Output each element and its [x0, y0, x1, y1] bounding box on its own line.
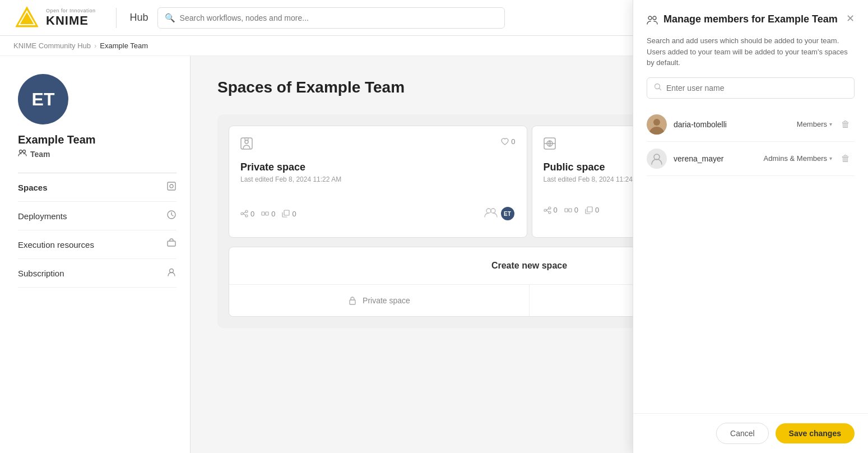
breadcrumb-home[interactable]: KNIME Community Hub: [13, 41, 91, 50]
execution-icon: [166, 238, 177, 251]
panel-header: Manage members for Example Team ✕: [633, 0, 868, 29]
sidebar-execution-label: Execution resources: [18, 240, 94, 249]
space-footer: 0 0 0: [240, 206, 516, 221]
breadcrumb-separator: ›: [94, 41, 96, 50]
private-space-subtitle: Last edited Feb 8, 2024 11:22 AM: [240, 175, 516, 183]
logo-title: KNIME: [46, 13, 96, 28]
svg-point-3: [23, 150, 26, 153]
cancel-button[interactable]: Cancel: [716, 423, 769, 444]
svg-rect-4: [168, 182, 175, 190]
svg-point-23: [544, 209, 546, 211]
svg-point-30: [648, 16, 652, 20]
panel-search-icon: [654, 83, 662, 93]
svg-rect-15: [262, 212, 264, 215]
search-bar[interactable]: 🔍: [157, 7, 505, 29]
sidebar-item-deployments[interactable]: Deployments: [18, 202, 177, 230]
user-search-input[interactable]: [666, 84, 847, 93]
space-stat-copy: 0: [282, 210, 296, 218]
space-card-header: 0: [240, 137, 516, 152]
member-avatar-et: ET: [500, 206, 516, 221]
sidebar-spaces-label: Spaces: [18, 183, 48, 192]
member-avatar-verena: [647, 149, 667, 169]
svg-point-2: [20, 150, 22, 153]
sidebar: ET Example Team Team Spaces: [0, 56, 191, 453]
svg-point-31: [653, 16, 656, 20]
svg-rect-27: [587, 207, 592, 212]
sidebar-item-spaces[interactable]: Spaces: [18, 173, 177, 202]
svg-point-19: [491, 209, 495, 213]
member-name-daria: daria-tombolelli: [674, 120, 792, 129]
create-private-label: Private space: [363, 296, 410, 305]
member-role-label-daria: Members: [797, 120, 827, 128]
svg-rect-25: [565, 209, 568, 212]
search-input[interactable]: [180, 13, 498, 22]
svg-rect-17: [284, 210, 289, 215]
panel-close-button[interactable]: ✕: [846, 13, 855, 24]
members-group-icon: [484, 207, 498, 220]
team-type-icon: [18, 149, 27, 159]
public-stat-copy: 0: [585, 206, 599, 214]
member-delete-verena[interactable]: 🗑: [837, 151, 855, 166]
team-avatar: ET: [18, 74, 68, 124]
sidebar-deployments-label: Deployments: [18, 211, 67, 221]
svg-point-13: [241, 212, 243, 215]
private-space-title: Private space: [240, 161, 516, 173]
member-avatar-daria: [647, 114, 667, 135]
member-row: verena_mayer Admins & Members ▾ 🗑: [647, 142, 855, 176]
member-role-chevron-daria: ▾: [829, 121, 832, 127]
panel-team-icon: [647, 15, 658, 29]
deployments-icon: [166, 210, 177, 222]
svg-point-5: [170, 184, 173, 188]
sidebar-nav: Spaces Deployments Execution resources S…: [18, 173, 177, 288]
member-role-select-daria[interactable]: Members ▾: [792, 118, 837, 131]
member-role-select-verena[interactable]: Admins & Members ▾: [759, 152, 837, 165]
save-changes-button[interactable]: Save changes: [776, 423, 855, 443]
svg-point-24: [549, 211, 551, 214]
breadcrumb-current: Example Team: [100, 41, 148, 50]
main-layout: ET Example Team Team Spaces: [0, 56, 868, 453]
knime-logo-icon: [13, 4, 40, 31]
panel-header-left: Manage members for Example Team: [647, 13, 838, 29]
sidebar-subscription-label: Subscription: [18, 269, 64, 278]
svg-point-34: [653, 119, 660, 126]
space-stats: 0 0 0: [240, 210, 296, 218]
space-heart-count: 0: [501, 137, 515, 146]
panel-members-list: daria-tombolelli Members ▾ 🗑 verena_maye…: [633, 108, 868, 414]
svg-point-12: [245, 210, 248, 212]
private-space-card[interactable]: 0 Private space Last edited Feb 8, 2024 …: [229, 126, 527, 238]
member-delete-daria[interactable]: 🗑: [837, 117, 855, 132]
svg-rect-7: [168, 241, 175, 246]
public-stat-shared: 0: [544, 206, 558, 214]
team-avatar-initials: ET: [32, 89, 55, 110]
svg-rect-16: [266, 212, 268, 215]
panel-footer: Cancel Save changes: [633, 413, 868, 453]
team-name: Example Team: [18, 133, 177, 146]
manage-members-panel: Manage members for Example Team ✕ Search…: [633, 0, 868, 453]
panel-search[interactable]: [647, 77, 855, 99]
panel-description: Search and add users which should be add…: [633, 29, 868, 77]
subscription-icon: [166, 267, 177, 279]
public-stat-linked: 0: [564, 206, 578, 214]
member-name-verena: verena_mayer: [674, 154, 759, 163]
svg-point-22: [549, 207, 551, 209]
member-role-chevron-verena: ▾: [829, 155, 832, 161]
create-private-space-option[interactable]: Private space: [229, 285, 530, 316]
space-stat-linked: 0: [261, 210, 275, 218]
svg-point-10: [245, 140, 248, 144]
search-icon: 🔍: [165, 13, 175, 23]
team-type-label: Team: [18, 149, 177, 159]
logo-subtitle: Open for Innovation: [46, 8, 96, 13]
nav-divider: [116, 8, 117, 28]
logo-area: Open for Innovation KNIME: [13, 4, 96, 31]
svg-point-14: [245, 215, 248, 217]
space-members: ET: [484, 206, 516, 221]
hub-label: Hub: [130, 12, 148, 24]
panel-title: Manage members for Example Team: [663, 13, 838, 25]
svg-rect-26: [569, 209, 572, 212]
space-stat-shared: 0: [240, 210, 254, 218]
sidebar-item-execution-resources[interactable]: Execution resources: [18, 230, 177, 259]
member-row: daria-tombolelli Members ▾ 🗑: [647, 108, 855, 142]
spaces-icon: [166, 181, 177, 193]
member-role-label-verena: Admins & Members: [764, 154, 827, 163]
sidebar-item-subscription[interactable]: Subscription: [18, 259, 177, 288]
